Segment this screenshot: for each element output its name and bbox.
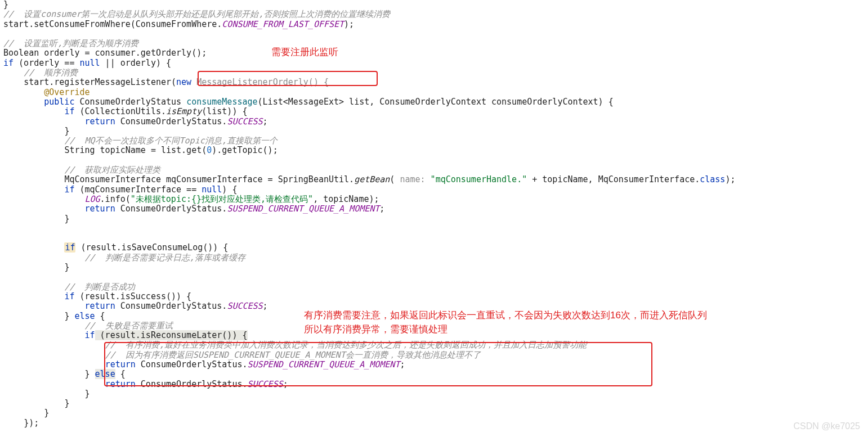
- code-line: } else {: [85, 369, 126, 379]
- code-line: if (orderly == null || orderly) {: [3, 58, 171, 68]
- code-line: return ConsumeOrderlyStatus.SUCCESS;: [105, 379, 288, 389]
- comment: // 判断是否需要记录日志,落库或者缓存: [85, 253, 245, 263]
- code-editor[interactable]: } // 设置consumer第一次启动是从队列头部开始还是队列尾部开始,否则按…: [0, 0, 868, 428]
- code-line: return ConsumeOrderlyStatus.SUCCESS;: [85, 116, 268, 127]
- code-line: Boolean orderly = consumer.getOrderly();: [3, 48, 207, 58]
- annotation-text: 需要注册此监听: [271, 45, 338, 59]
- code-line: return ConsumeOrderlyStatus.SUSPEND_CURR…: [85, 204, 385, 214]
- code-line: LOG.info("未根据topic:{}找到对应处理类,请检查代码", top…: [85, 194, 379, 204]
- comment: // 判断是否成功: [64, 282, 135, 292]
- code-line: });: [24, 418, 39, 428]
- code-line: public ConsumeOrderlyStatus consumeMessa…: [44, 97, 613, 107]
- comment: // 失败是否需要重试: [85, 321, 173, 331]
- annotation-text: 有序消费需要注意，如果返回此标识会一直重试，不会因为失败次数达到16次，而进入死…: [304, 308, 707, 336]
- code-line: if (result.isSuccess()) {: [64, 291, 191, 301]
- comment: // MQ不会一次拉取多个不同Topic消息,直接取第一个: [64, 136, 277, 146]
- code-line: start.setConsumeFromWhere(ConsumeFromWhe…: [3, 19, 354, 29]
- comment: // 顺序消费: [24, 67, 78, 78]
- code-line: String topicName = list.get(0).getTopic(…: [64, 145, 278, 155]
- code-line: if (result.isReconsumeLater()) {: [85, 330, 248, 340]
- code-line: }: [64, 126, 69, 136]
- code-line: }: [64, 398, 69, 408]
- comment: // 有序消费,最好在业务消费类中加入消费次数记录，当消费达到多少次之后，还是失…: [105, 340, 587, 350]
- code-line: }: [64, 262, 69, 272]
- code-line: if (CollectionUtils.isEmpty(list)) {: [64, 106, 247, 116]
- code-line: }: [44, 408, 49, 418]
- comment: // 设置监听,判断是否为顺序消费: [3, 38, 138, 48]
- comment: // 设置consumer第一次启动是从队列头部开始还是队列尾部开始,否则按照上…: [3, 9, 390, 19]
- annotation: @Override: [44, 87, 90, 97]
- code-line: }: [85, 389, 90, 399]
- code-line: } else {: [64, 311, 105, 321]
- code-line: return ConsumeOrderlyStatus.SUCCESS;: [85, 301, 268, 311]
- code-line: if (result.isSaveConsumeLog()) {: [64, 242, 228, 253]
- code-line: MqConsumerInterface mqConsumerInterface …: [64, 174, 735, 184]
- code-line: }: [3, 0, 8, 10]
- comment: // 获取对应实际处理类: [64, 165, 160, 175]
- code-line: }: [64, 214, 69, 224]
- code-line: start.registerMessageListener(new Messag…: [24, 77, 329, 87]
- code-line: if (mqConsumerInterface == null) {: [64, 184, 237, 195]
- code-line: return ConsumeOrderlyStatus.SUSPEND_CURR…: [105, 359, 405, 370]
- comment: // 因为有序消费返回SUSPEND_CURRENT_QUEUE_A_MOMEN…: [105, 350, 481, 360]
